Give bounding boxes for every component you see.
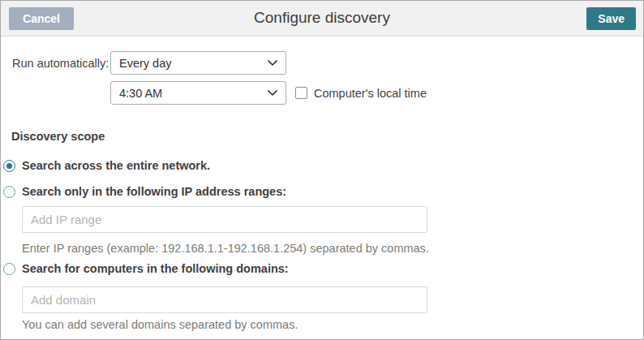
domain-input[interactable]: [22, 286, 427, 313]
radio-dot: [6, 163, 12, 169]
dialog-header: Cancel Configure discovery Save: [1, 1, 643, 37]
time-select[interactable]: 4:30 AM: [110, 81, 286, 105]
local-time-checkbox-row[interactable]: Computer's local time: [295, 81, 427, 105]
scope-option-label: Search only in the following IP address …: [22, 185, 286, 198]
ip-range-input[interactable]: [22, 206, 427, 233]
radio-button-ip-ranges[interactable]: [3, 186, 15, 198]
discovery-scope-heading: Discovery scope: [11, 130, 105, 143]
local-time-checkbox[interactable]: [295, 87, 307, 99]
radio-button-domains[interactable]: [3, 263, 15, 275]
chevron-down-icon: [268, 90, 277, 97]
configure-discovery-dialog: Cancel Configure discovery Save Run auto…: [0, 0, 644, 340]
local-time-checkbox-label: Computer's local time: [314, 87, 427, 100]
scope-option-ip-ranges[interactable]: Search only in the following IP address …: [3, 185, 286, 198]
domain-helper-text: You can add several domains separated by…: [22, 318, 298, 331]
ip-range-helper-text: Enter IP ranges (example: 192.168.1.1-19…: [22, 242, 429, 255]
frequency-select-value: Every day: [119, 57, 171, 70]
scope-option-label: Search for computers in the following do…: [22, 262, 289, 275]
frequency-select[interactable]: Every day: [110, 51, 286, 75]
scope-option-domains[interactable]: Search for computers in the following do…: [3, 262, 289, 275]
chevron-down-icon: [268, 60, 277, 67]
radio-button-entire-network[interactable]: [3, 160, 15, 172]
page-title: Configure discovery: [1, 9, 643, 27]
time-select-value: 4:30 AM: [119, 87, 162, 100]
save-button[interactable]: Save: [586, 7, 636, 30]
scope-option-label: Search across the entire network.: [22, 159, 210, 172]
run-automatically-label: Run automatically:: [12, 51, 109, 75]
scope-option-entire-network[interactable]: Search across the entire network.: [3, 159, 210, 172]
